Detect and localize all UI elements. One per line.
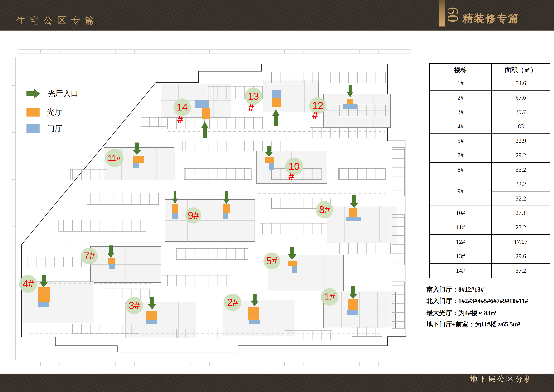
- light-hall-14: [202, 108, 210, 119]
- light-hall-9: [223, 204, 230, 213]
- table-row: 9#32.2: [429, 177, 550, 191]
- door-hall-1: [347, 310, 358, 315]
- light-hall-11: [133, 156, 144, 163]
- table-row: 12#17.07: [429, 235, 550, 249]
- table-cell-area: 32.2: [492, 177, 550, 191]
- table-cell-area: 27.1: [492, 206, 550, 220]
- light-hall-3: [146, 311, 157, 320]
- table-cell-area: 39.7: [492, 105, 550, 119]
- table-row: 2#67.6: [429, 90, 550, 105]
- building-label-2: 2#: [227, 297, 238, 308]
- table-cell-building: 7#: [429, 148, 492, 162]
- table-row: 4#83: [429, 119, 550, 134]
- legend: 光厅入口 光厅 门厅: [27, 89, 78, 134]
- light-hall-swatch: [27, 108, 40, 117]
- page-number: 60: [442, 5, 464, 24]
- table-cell-area: 67.6: [492, 90, 550, 105]
- table-cell-building: 1#: [429, 76, 492, 90]
- table-cell-building: 3#: [429, 105, 492, 119]
- door-hall-9: [223, 213, 228, 219]
- entrance-arrow-icon: [27, 89, 40, 98]
- table-cell-area: 29.6: [492, 249, 550, 263]
- table-cell-area: 32.2: [492, 191, 550, 206]
- building-label-13: 13: [248, 91, 259, 102]
- note-south-lobbies: 南入门厅：8#12#13#: [426, 286, 528, 293]
- building-hash-12: #: [312, 109, 318, 121]
- column-header-building: 楼栋: [429, 63, 492, 76]
- footer-caption: 地下层公区分析: [470, 374, 533, 384]
- table-row: 14#37.2: [429, 263, 550, 278]
- building-label-9: 9#: [188, 210, 199, 221]
- light-hall-5: [288, 260, 297, 266]
- table-cell-area: 29.2: [492, 148, 550, 162]
- table-row: 10#27.1: [429, 206, 550, 220]
- building-label-8: 8#: [319, 204, 330, 215]
- building-hash-10: #: [288, 171, 294, 182]
- legend-label-light-hall: 光厅: [47, 107, 62, 117]
- table-row: 5#22.9: [429, 134, 550, 148]
- table-cell-building: 11#: [429, 220, 492, 235]
- table-cell-area: 83: [492, 119, 550, 134]
- light-hall-12: [347, 98, 353, 104]
- note-north-lobbies: 北入门厅：1#2#3#4#5#6#7#9#10#11#: [426, 297, 528, 304]
- building-hash-13: #: [248, 102, 254, 113]
- light-hall-13: [272, 98, 281, 107]
- table-row: 8#33.2: [429, 162, 550, 177]
- table-cell-building: 4#: [429, 119, 492, 134]
- building-label-14: 14: [177, 101, 188, 113]
- table-cell-area: 22.9: [492, 134, 550, 148]
- door-hall-9: [173, 213, 178, 219]
- table-cell-building: 13#: [429, 249, 492, 263]
- legend-label-door-hall: 门厅: [47, 123, 62, 134]
- table-cell-building: 10#: [429, 206, 492, 220]
- light-hall-10: [265, 157, 274, 163]
- column-header-area: 面积（㎡）: [492, 63, 550, 76]
- table-cell-area: 17.07: [492, 235, 550, 249]
- building-label-5: 5#: [266, 255, 277, 266]
- door-hall-4: [38, 302, 48, 307]
- door-hall-7: [109, 264, 115, 269]
- light-hall-7: [108, 258, 115, 264]
- table-cell-building: 9#: [429, 177, 492, 206]
- building-label-11: 11#: [108, 153, 121, 163]
- building-hash-14: #: [177, 114, 183, 125]
- slide: 14#13#12#11#10#9#8#7#5#4#3#2#1# 住宅公区专篇 6…: [0, 0, 554, 392]
- door-hall-12: [343, 104, 357, 109]
- light-hall-4: [38, 287, 50, 302]
- door-hall-11: [133, 163, 139, 168]
- legend-row-light-hall: 光厅: [27, 107, 78, 117]
- door-hall-14: [194, 100, 209, 108]
- table-cell-building: 2#: [429, 90, 492, 105]
- legend-row-entrance: 光厅入口: [27, 89, 78, 99]
- light-hall-2: [248, 307, 259, 320]
- table-row: 13#29.6: [429, 249, 550, 263]
- legend-row-door-hall: 门厅: [27, 123, 78, 134]
- door-hall-2: [249, 320, 260, 324]
- table-cell-area: 54.6: [492, 76, 550, 90]
- legend-label-entrance: 光厅入口: [48, 89, 78, 99]
- light-hall-8: [349, 208, 357, 217]
- table-row: 7#29.2: [429, 148, 550, 162]
- area-table: 楼栋 面积（㎡） 1#54.62#67.63#39.74#835#22.97#2…: [429, 63, 550, 278]
- table-cell-building: 14#: [429, 263, 492, 278]
- table-header-row: 楼栋 面积（㎡）: [429, 63, 550, 76]
- door-hall-5: [292, 266, 297, 273]
- table-cell-area: 33.2: [492, 162, 550, 177]
- table-row: 1#54.6: [429, 76, 550, 90]
- door-hall-3: [146, 320, 157, 324]
- building-label-1: 1#: [324, 291, 335, 302]
- light-hall-1: [348, 299, 358, 310]
- notes-block: 南入门厅：8#12#13# 北入门厅：1#2#3#4#5#6#7#9#10#11…: [426, 286, 528, 328]
- light-hall-9: [172, 204, 178, 213]
- building-label-3: 3#: [129, 300, 140, 311]
- table-cell-building: 8#: [429, 162, 492, 177]
- page-title-left: 住宅公区专篇: [16, 14, 98, 27]
- table-row: 3#39.7: [429, 105, 550, 119]
- note-max-light-hall: 最大光厅：为4#楼 ≈ 83㎡: [426, 309, 528, 316]
- table-cell-building: 5#: [429, 134, 492, 148]
- note-basement-lobby: 地下门厅+前室：为11#楼 ≈65.5m²: [426, 321, 528, 328]
- table-cell-area: 23.2: [492, 220, 550, 235]
- table-cell-building: 12#: [429, 235, 492, 249]
- table-row: 11#23.2: [429, 220, 550, 235]
- table-cell-area: 37.2: [492, 263, 550, 278]
